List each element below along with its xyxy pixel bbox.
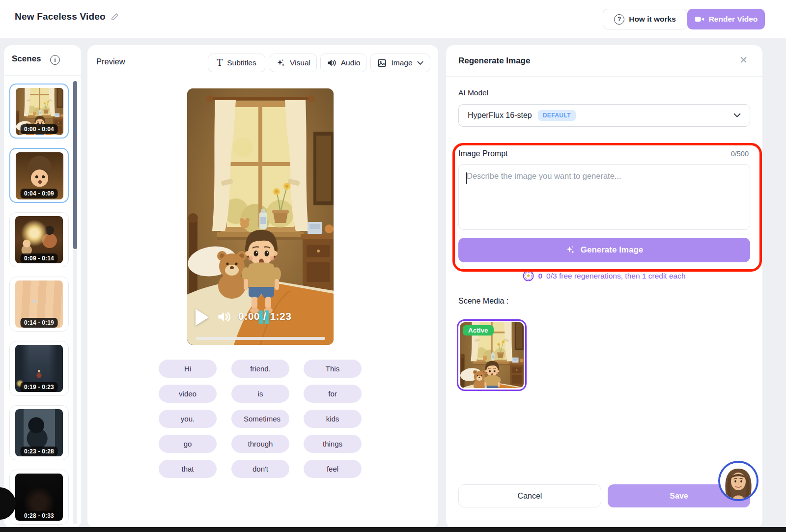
word-chip[interactable]: for — [304, 385, 362, 403]
word-chip[interactable]: go — [159, 435, 217, 453]
credits-count: 0 — [538, 272, 542, 280]
ai-model-label: AI Model — [458, 88, 488, 97]
scenes-scrollbar-thumb[interactable] — [73, 81, 77, 249]
scene-media-thumbnail[interactable]: Active — [457, 319, 527, 391]
scene-7-time: 0:28 - 0:33 — [20, 511, 58, 521]
audio-label: Audio — [341, 58, 361, 67]
image-label: Image — [391, 58, 412, 67]
model-name: HyperFlux 16-step — [468, 111, 532, 120]
credits-note: 0/3 free regenerations, then 1 credit ea… — [546, 272, 686, 280]
scene-thumbnail-7[interactable]: 0:28 - 0:33 — [9, 470, 69, 525]
scene-2-time: 0:04 - 0:09 — [20, 189, 58, 198]
scene-6-time: 0:23 - 0:28 — [20, 447, 58, 456]
duration: 1:23 — [270, 310, 291, 322]
how-it-works-button[interactable]: ? How it works — [603, 9, 687, 29]
image-icon — [377, 58, 387, 68]
word-chip[interactable]: video — [159, 385, 217, 403]
help-icon: ? — [614, 14, 624, 25]
word-chip[interactable]: that — [159, 460, 217, 478]
render-video-label: Render Video — [709, 15, 758, 24]
word-chip[interactable]: feel — [304, 460, 362, 478]
bottom-edge-bar — [0, 527, 786, 532]
how-it-works-label: How it works — [629, 15, 676, 24]
scene-3-time: 0:09 - 0:14 — [20, 253, 58, 263]
image-dropdown-button[interactable]: Image — [370, 54, 430, 72]
visual-label: Visual — [290, 58, 310, 67]
generate-image-button[interactable]: Generate Image — [458, 238, 750, 262]
preview-title: Preview — [96, 57, 125, 66]
video-frame-art — [187, 88, 334, 345]
scene-thumbnail-2[interactable]: 0:04 - 0:09 — [9, 148, 69, 203]
info-icon[interactable]: i — [50, 55, 60, 65]
word-chip[interactable]: things — [304, 435, 362, 453]
credits-info: 0 0/3 free regenerations, then 1 credit … — [446, 270, 762, 281]
scene-thumbnail-3[interactable]: 0:09 - 0:14 — [9, 212, 69, 267]
word-chip[interactable]: Hi — [159, 360, 217, 378]
scene-thumbnail-6[interactable]: 0:23 - 0:28 — [9, 405, 69, 460]
scene-thumbnail-4[interactable]: 0:14 - 0:19 — [9, 277, 69, 332]
default-badge: DEFAULT — [538, 110, 576, 121]
divider — [446, 76, 762, 77]
close-icon[interactable]: ✕ — [739, 55, 748, 65]
generate-image-label: Generate Image — [581, 245, 644, 255]
regenerate-image-panel: Regenerate Image ✕ AI Model HyperFlux 16… — [446, 45, 762, 528]
project-title: New Faceless Video — [15, 11, 119, 22]
char-counter: 0/500 — [731, 150, 749, 158]
video-camera-icon — [695, 15, 704, 23]
render-video-button[interactable]: Render Video — [687, 9, 765, 29]
preview-panel: Preview T Subtitles Visual Audio Image 0 — [87, 45, 438, 528]
word-chip[interactable]: is — [231, 385, 289, 403]
word-chip[interactable]: friend. — [231, 360, 289, 378]
edit-title-icon[interactable] — [111, 13, 119, 21]
word-chip[interactable]: you. — [159, 410, 217, 428]
scene-5-time: 0:19 - 0:23 — [20, 382, 58, 392]
scene-thumbnail-5[interactable]: 0:19 - 0:23 — [9, 341, 69, 396]
scene-1-time: 0:00 - 0:04 — [20, 124, 58, 134]
video-player[interactable]: 0:00 / 1:23 — [187, 88, 334, 345]
current-time: 0:00 — [238, 310, 260, 322]
audio-button[interactable]: Audio — [320, 54, 366, 72]
panel-title: Regenerate Image — [458, 56, 530, 66]
chevron-down-icon — [733, 113, 741, 118]
time-separator: / — [263, 310, 266, 322]
assistant-avatar[interactable] — [718, 461, 758, 501]
project-title-text: New Faceless Video — [15, 11, 106, 22]
word-chip[interactable]: through — [231, 435, 289, 453]
word-chip[interactable]: Sometimes — [231, 410, 289, 428]
scene-thumbnail-1[interactable]: 0:00 - 0:04 — [9, 84, 69, 139]
subtitles-button[interactable]: T Subtitles — [208, 54, 265, 72]
chevron-down-icon — [417, 61, 423, 65]
word-chip[interactable]: don't — [231, 460, 289, 478]
divider — [4, 75, 81, 76]
subtitles-icon: T — [217, 58, 223, 67]
play-button[interactable] — [196, 309, 209, 326]
scenes-title: Scenes — [12, 54, 41, 64]
scene-media-label: Scene Media : — [458, 297, 508, 306]
subtitles-label: Subtitles — [227, 58, 256, 67]
word-chip[interactable]: This — [304, 360, 362, 378]
scene-4-time: 0:14 - 0:19 — [20, 318, 58, 328]
cancel-button[interactable]: Cancel — [458, 484, 601, 507]
progress-bar[interactable] — [196, 337, 325, 340]
active-badge: Active — [463, 325, 494, 336]
credit-coin-icon — [523, 270, 534, 281]
word-chip[interactable]: kids — [304, 410, 362, 428]
sparkles-icon — [565, 245, 575, 255]
top-bar: New Faceless Video ? How it works Render… — [0, 0, 786, 38]
ai-model-select[interactable]: HyperFlux 16-step DEFAULT — [458, 104, 750, 127]
speaker-icon — [327, 58, 337, 67]
volume-button[interactable] — [217, 310, 231, 325]
image-prompt-label: Image Prompt — [458, 149, 507, 158]
scenes-panel: Scenes i 0:00 - 0:04 0:04 - 0:09 0:09 - … — [4, 45, 81, 528]
sparkles-icon — [276, 58, 285, 68]
image-prompt-input[interactable] — [458, 164, 750, 230]
time-display: 0:00 / 1:23 — [238, 310, 291, 322]
visual-button[interactable]: Visual — [270, 54, 317, 72]
